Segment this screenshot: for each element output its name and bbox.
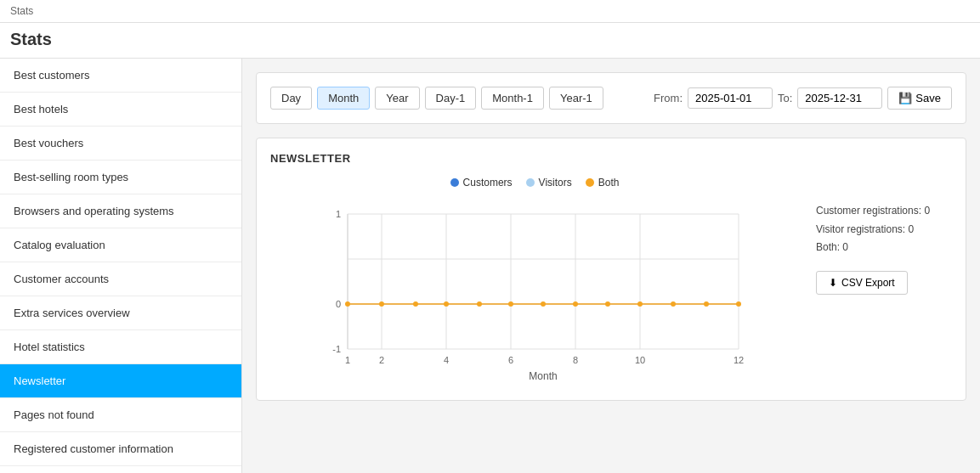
svg-point-26 <box>671 301 676 307</box>
sidebar: Best customersBest hotelsBest vouchersBe… <box>0 59 242 473</box>
svg-text:4: 4 <box>444 355 449 365</box>
sidebar-item-best-vouchers[interactable]: Best vouchers <box>0 127 241 160</box>
svg-text:10: 10 <box>635 355 645 365</box>
svg-point-25 <box>637 301 643 307</box>
sidebar-item-browsers-and-operating-systems[interactable]: Browsers and operating systems <box>0 194 241 228</box>
legend-label-customers: Customers <box>463 177 513 189</box>
svg-text:1: 1 <box>345 355 350 365</box>
csv-export-label: CSV Export <box>841 277 895 289</box>
breadcrumb: Stats <box>0 0 980 23</box>
legend-item-both: Both <box>586 177 620 189</box>
sidebar-item-room-type-details[interactable]: Room type details <box>0 466 241 473</box>
save-label: Save <box>915 92 941 104</box>
svg-point-28 <box>736 301 741 307</box>
legend-dot-visitors <box>526 178 535 187</box>
svg-text:0: 0 <box>336 299 341 309</box>
page-title: Stats <box>0 23 980 59</box>
svg-point-24 <box>605 301 610 307</box>
filter-btn-month-1[interactable]: Month-1 <box>481 87 544 110</box>
sidebar-item-customer-accounts[interactable]: Customer accounts <box>0 262 241 296</box>
chart-stats: Customer registrations: 0 Visitor regist… <box>816 177 952 295</box>
svg-point-16 <box>345 301 350 307</box>
customer-registrations-stat: Customer registrations: 0 <box>816 202 952 221</box>
sidebar-item-catalog-evaluation[interactable]: Catalog evaluation <box>0 228 241 262</box>
svg-point-27 <box>704 301 709 307</box>
filter-btn-year[interactable]: Year <box>375 87 419 110</box>
legend-item-visitors: Visitors <box>526 177 572 189</box>
sidebar-item-newsletter[interactable]: Newsletter <box>0 364 241 398</box>
sidebar-item-best-customers[interactable]: Best customers <box>0 59 241 93</box>
legend-dot-customers <box>450 178 459 187</box>
both-stat: Both: 0 <box>816 239 952 257</box>
filter-bar: DayMonthYearDay-1Month-1Year-1 From: To:… <box>270 87 952 110</box>
svg-text:-1: -1 <box>332 344 341 354</box>
legend-label-both: Both <box>598 177 620 189</box>
svg-point-22 <box>541 301 546 307</box>
sidebar-item-best-selling-room-types[interactable]: Best-selling room types <box>0 160 241 194</box>
legend-item-customers: Customers <box>450 177 513 189</box>
filter-btn-day-1[interactable]: Day-1 <box>425 87 477 110</box>
svg-text:2: 2 <box>379 355 384 365</box>
save-icon: 💾 <box>898 92 912 104</box>
save-button[interactable]: 💾 Save <box>887 87 952 110</box>
sidebar-item-registered-customer-information[interactable]: Registered customer information <box>0 432 241 466</box>
legend-label-visitors: Visitors <box>539 177 572 189</box>
svg-text:6: 6 <box>508 355 513 365</box>
svg-text:12: 12 <box>734 355 744 365</box>
section-title: NEWSLETTER <box>270 152 952 165</box>
svg-text:8: 8 <box>573 355 578 365</box>
svg-point-17 <box>379 301 384 307</box>
svg-point-20 <box>477 301 482 307</box>
to-label: To: <box>778 92 792 104</box>
filter-btn-day[interactable]: Day <box>270 87 312 110</box>
svg-text:1: 1 <box>336 209 341 219</box>
svg-point-23 <box>573 301 578 307</box>
svg-point-21 <box>508 301 513 307</box>
csv-export-button[interactable]: ⬇ CSV Export <box>816 271 908 295</box>
svg-text:Month: Month <box>529 370 557 382</box>
filter-btn-month[interactable]: Month <box>317 87 370 110</box>
from-date-input[interactable] <box>688 87 773 109</box>
to-date-input[interactable] <box>797 87 882 109</box>
visitor-registrations-stat: Visitor registrations: 0 <box>816 221 952 239</box>
svg-point-18 <box>413 301 418 307</box>
sidebar-item-extra-services-overview[interactable]: Extra services overview <box>0 296 241 330</box>
newsletter-chart: 1 0 -1 <box>270 197 799 384</box>
filter-btn-year-1[interactable]: Year-1 <box>549 87 603 110</box>
legend-dot-both <box>586 178 594 187</box>
svg-point-19 <box>444 301 449 307</box>
sidebar-item-best-hotels[interactable]: Best hotels <box>0 93 241 127</box>
from-label: From: <box>654 92 683 104</box>
csv-icon: ⬇ <box>829 277 837 289</box>
sidebar-item-hotel-statistics[interactable]: Hotel statistics <box>0 330 241 364</box>
sidebar-item-pages-not-found[interactable]: Pages not found <box>0 398 241 432</box>
